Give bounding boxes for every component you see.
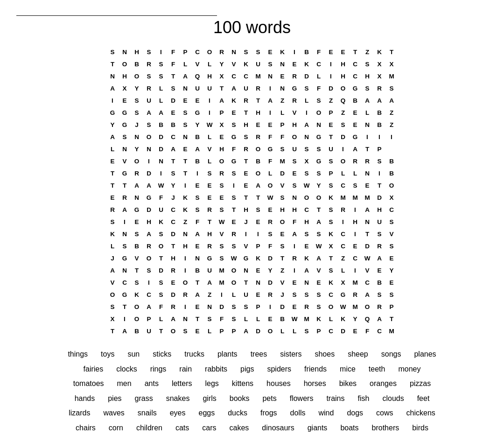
- grid-cell: L: [264, 167, 276, 179]
- grid-cell: N: [131, 131, 143, 143]
- grid-cell: S: [143, 70, 155, 82]
- grid-cell: Y: [106, 119, 119, 131]
- grid-cell: D: [373, 191, 385, 203]
- grid-cell: E: [325, 46, 337, 58]
- grid-cell: A: [361, 94, 373, 106]
- grid-cell: R: [179, 288, 191, 301]
- grid-cell: Z: [179, 216, 191, 228]
- name-line: [14, 9, 490, 18]
- grid-cell: D: [276, 167, 288, 179]
- grid-cell: B: [131, 325, 143, 337]
- grid-cell: P: [179, 46, 191, 58]
- word-item: sheep: [348, 347, 368, 361]
- grid-cell: T: [240, 106, 252, 119]
- grid-cell: T: [203, 216, 216, 228]
- grid-cell: I: [191, 167, 203, 179]
- grid-cell: W: [216, 216, 228, 228]
- grid-cell: K: [313, 313, 325, 325]
- word-item: cakes: [230, 421, 249, 435]
- grid-cell: C: [191, 46, 203, 58]
- grid-cell: V: [191, 58, 203, 70]
- grid-cell: A: [203, 276, 216, 288]
- grid-cell: A: [106, 82, 119, 94]
- word-row: chairscornchildrencatscarscakesdinosaurs…: [14, 421, 490, 435]
- grid-cell: C: [373, 325, 385, 337]
- grid-cell: A: [143, 179, 155, 191]
- grid-cell: I: [288, 240, 301, 252]
- grid-cell: G: [264, 143, 276, 155]
- grid-cell: G: [119, 106, 131, 119]
- grid-cell: T: [361, 143, 373, 155]
- grid-cell: O: [385, 179, 398, 191]
- grid-cell: R: [240, 143, 252, 155]
- grid-cell: A: [228, 82, 240, 94]
- grid-cell: R: [131, 167, 143, 179]
- grid-cell: R: [143, 82, 155, 94]
- grid-cell: S: [228, 191, 240, 203]
- grid-cell: S: [301, 82, 313, 94]
- grid-cell: E: [167, 276, 179, 288]
- grid-cell: L: [106, 143, 119, 155]
- grid-cell: B: [191, 264, 203, 276]
- grid-cell: A: [240, 325, 252, 337]
- grid-cell: A: [301, 264, 313, 276]
- word-item: shoes: [315, 347, 335, 361]
- grid-cell: U: [203, 264, 216, 276]
- grid-cell: A: [143, 228, 155, 240]
- grid-cell: C: [337, 240, 349, 252]
- word-item: men: [117, 377, 132, 391]
- grid-cell: T: [106, 167, 119, 179]
- grid-cell: E: [288, 167, 301, 179]
- grid-cell: F: [155, 191, 167, 203]
- grid-cell: P: [252, 240, 264, 252]
- grid-cell: S: [179, 119, 191, 131]
- grid-cell: G: [143, 191, 155, 203]
- grid-cell: D: [167, 288, 179, 301]
- grid-cell: N: [288, 191, 301, 203]
- grid-cell: M: [385, 70, 398, 82]
- grid-cell: M: [349, 191, 361, 203]
- grid-cell: W: [228, 252, 240, 264]
- grid-cell: A: [119, 203, 131, 216]
- grid-cell: S: [313, 288, 325, 301]
- grid-cell: O: [301, 191, 313, 203]
- grid-cell: V: [131, 252, 143, 264]
- grid-cell: T: [131, 264, 143, 276]
- grid-cell: W: [313, 240, 325, 252]
- grid-cell: C: [361, 276, 373, 288]
- word-item: trees: [251, 347, 267, 361]
- grid-cell: Z: [337, 106, 349, 119]
- grid-cell: U: [240, 288, 252, 301]
- grid-cell: C: [313, 58, 325, 70]
- grid-cell: R: [167, 301, 179, 313]
- grid-cell: Z: [361, 46, 373, 58]
- grid-cell: Y: [349, 313, 361, 325]
- grid-cell: S: [228, 167, 240, 179]
- grid-cell: C: [325, 288, 337, 301]
- word-item: songs: [381, 347, 401, 361]
- grid-cell: V: [313, 264, 325, 276]
- grid-cell: I: [264, 82, 276, 94]
- grid-cell: I: [155, 167, 167, 179]
- grid-cell: O: [276, 216, 288, 228]
- word-search-puzzle: SNHSIFPCORNSSEKIBFEETZKTTOBRSFLVLYVKUSNE…: [14, 46, 490, 337]
- grid-cell: C: [385, 203, 398, 216]
- grid-cell: O: [106, 288, 119, 301]
- grid-cell: R: [373, 301, 385, 313]
- grid-cell: Y: [216, 58, 228, 70]
- grid-cell: I: [252, 228, 264, 240]
- grid-cell: S: [106, 46, 119, 58]
- grid-cell: O: [337, 155, 349, 167]
- grid-cell: E: [240, 179, 252, 191]
- grid-cell: F: [167, 58, 179, 70]
- grid-cell: P: [325, 167, 337, 179]
- grid-cell: N: [240, 264, 252, 276]
- grid-cell: G: [106, 106, 119, 119]
- grid-cell: L: [155, 94, 167, 106]
- grid-cell: F: [264, 131, 276, 143]
- grid-cell: R: [228, 228, 240, 240]
- grid-cell: T: [106, 58, 119, 70]
- grid-cell: N: [276, 58, 288, 70]
- grid-cell: E: [252, 264, 264, 276]
- grid-cell: A: [301, 119, 313, 131]
